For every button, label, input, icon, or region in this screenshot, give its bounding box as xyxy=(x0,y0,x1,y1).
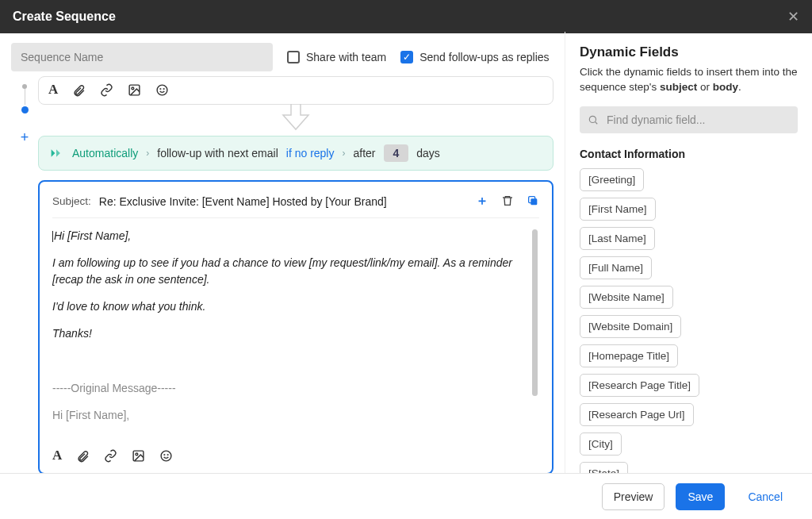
link-icon[interactable] xyxy=(100,82,113,98)
automatically-link[interactable]: Automatically xyxy=(72,147,138,160)
checkbox-checked-icon: ✓ xyxy=(400,51,413,63)
body-p2: I am following up to see if you had a ch… xyxy=(52,255,525,287)
send-as-replies-checkbox[interactable]: ✓ Send follow-ups as replies xyxy=(400,51,549,63)
dynamic-field-chip[interactable]: [Greeting] xyxy=(580,168,644,191)
prev-toolbar: A xyxy=(48,82,543,98)
copy-icon[interactable] xyxy=(527,193,539,210)
svg-point-3 xyxy=(160,89,161,90)
days-label: days xyxy=(416,147,440,160)
orig-p1: Hi [First Name], xyxy=(52,407,525,423)
days-value[interactable]: 4 xyxy=(384,144,409,162)
subject-input[interactable]: Re: Exclusive Invite: [Event Name] Hoste… xyxy=(99,195,468,208)
find-dynamic-field-input[interactable] xyxy=(580,106,798,133)
svg-point-10 xyxy=(164,455,165,456)
share-with-team-checkbox[interactable]: Share with team xyxy=(287,51,386,63)
preview-button[interactable]: Preview xyxy=(602,483,665,510)
dynamic-field-chip[interactable]: [Last Name] xyxy=(580,227,655,250)
checkbox-unchecked-icon xyxy=(287,51,300,63)
sequence-icon xyxy=(48,147,64,160)
attachment-icon[interactable] xyxy=(76,448,90,463)
cancel-button[interactable]: Cancel xyxy=(736,483,795,510)
svg-rect-5 xyxy=(530,198,537,205)
save-button[interactable]: Save xyxy=(676,483,725,510)
svg-point-8 xyxy=(136,453,138,456)
dynamic-field-chip[interactable]: [Homepage Title] xyxy=(580,344,678,367)
timeline-rail: + xyxy=(11,76,38,473)
follow-up-text: follow-up with next email xyxy=(157,147,278,160)
previous-step-card: A xyxy=(38,76,553,105)
automation-condition-bar: Automatically › follow-up with next emai… xyxy=(38,136,553,171)
editor-toolbar: A xyxy=(52,448,539,463)
dynamic-field-chip[interactable]: [Research Page Url] xyxy=(580,403,694,426)
after-text: after xyxy=(353,147,375,160)
font-icon[interactable]: A xyxy=(52,448,62,463)
left-pane: Share with team ✓ Send follow-ups as rep… xyxy=(0,32,565,473)
sequence-name-input[interactable] xyxy=(11,43,273,71)
share-label: Share with team xyxy=(306,51,386,63)
chevron-right-icon: › xyxy=(342,148,345,159)
body-p4: Thanks! xyxy=(52,325,525,341)
timeline-dot-current xyxy=(21,106,29,113)
dynamic-field-chip[interactable]: [State] xyxy=(580,462,628,473)
footer: Preview Save Cancel xyxy=(0,473,812,519)
svg-point-9 xyxy=(161,451,171,461)
attachment-icon[interactable] xyxy=(72,82,86,98)
svg-point-12 xyxy=(589,116,596,122)
svg-point-1 xyxy=(132,87,134,90)
svg-point-2 xyxy=(157,85,167,95)
body-p1: Hi [First Name], xyxy=(54,229,131,242)
titlebar: Create Sequence ✕ xyxy=(0,0,812,33)
modal-title: Create Sequence xyxy=(13,10,116,24)
dynamic-field-chip[interactable]: [First Name] xyxy=(580,198,656,221)
svg-point-11 xyxy=(168,455,169,456)
email-body-editor[interactable]: Hi [First Name], I am following up to se… xyxy=(52,228,539,434)
dynamic-fields-heading: Dynamic Fields xyxy=(580,44,798,60)
dynamic-field-chip[interactable]: [Website Domain] xyxy=(580,315,681,338)
image-icon[interactable] xyxy=(128,82,141,98)
search-icon xyxy=(588,114,599,125)
dynamic-fields-panel: Dynamic Fields Click the dynamic fields … xyxy=(565,32,812,473)
delete-icon[interactable] xyxy=(501,193,514,210)
add-step-button[interactable]: + xyxy=(21,129,29,146)
chevron-right-icon: › xyxy=(146,148,149,159)
close-icon[interactable]: ✕ xyxy=(787,8,799,25)
subject-label: Subject: xyxy=(52,195,91,207)
dynamic-fields-desc: Click the dynamic fields to insert them … xyxy=(580,65,798,95)
dynamic-field-chip[interactable]: [City] xyxy=(580,432,622,456)
emoji-icon[interactable] xyxy=(159,448,173,463)
dynamic-field-chip[interactable]: [Research Page Title] xyxy=(580,374,699,397)
scrollbar[interactable] xyxy=(532,229,538,396)
add-step-plus-icon[interactable]: ＋ xyxy=(476,193,488,210)
if-no-reply-link[interactable]: if no reply xyxy=(286,147,335,160)
font-icon[interactable]: A xyxy=(48,82,58,98)
emoji-icon[interactable] xyxy=(155,82,169,98)
dynamic-field-chip[interactable]: [Full Name] xyxy=(580,256,652,279)
link-icon[interactable] xyxy=(104,448,117,463)
flow-arrow-icon xyxy=(280,104,312,131)
dynamic-field-chip[interactable]: [Website Name] xyxy=(580,286,673,309)
svg-point-4 xyxy=(164,89,165,90)
image-icon[interactable] xyxy=(132,448,145,463)
contact-info-section: Contact Information xyxy=(580,148,798,160)
body-p3: I'd love to know what you think. xyxy=(52,298,525,314)
replies-label: Send follow-ups as replies xyxy=(419,51,549,63)
original-marker: -----Original Message----- xyxy=(52,380,525,396)
email-editor-card: Subject: Re: Exclusive Invite: [Event Na… xyxy=(38,180,553,473)
